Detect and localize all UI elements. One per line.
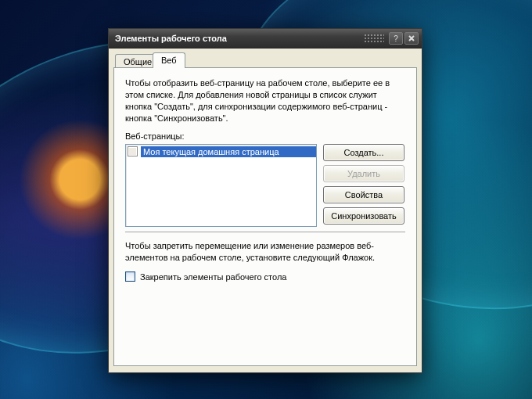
titlebar[interactable]: Элементы рабочего стола ? bbox=[109, 29, 422, 49]
lock-note: Чтобы запретить перемещение или изменени… bbox=[125, 240, 405, 264]
help-icon: ? bbox=[394, 34, 398, 43]
list-item-checkbox[interactable] bbox=[128, 146, 138, 156]
intro-text: Чтобы отобразить веб-страницу на рабочем… bbox=[125, 77, 405, 124]
properties-button[interactable]: Свойства bbox=[323, 186, 404, 203]
close-button[interactable] bbox=[404, 32, 419, 45]
delete-button: Удалить bbox=[323, 165, 404, 182]
create-button[interactable]: Создать... bbox=[323, 144, 404, 161]
web-pages-list[interactable]: Моя текущая домашняя страница bbox=[125, 144, 317, 227]
list-item[interactable]: Моя текущая домашняя страница bbox=[126, 145, 316, 158]
window-title: Элементы рабочего стола bbox=[115, 34, 364, 43]
lock-row: Закрепить элементы рабочего стола bbox=[125, 271, 405, 282]
help-button[interactable]: ? bbox=[389, 32, 403, 45]
list-buttons: Создать... Удалить Свойства Синхронизова… bbox=[323, 144, 404, 227]
tabstrip: Общие Веб bbox=[113, 52, 417, 68]
lock-checkbox[interactable] bbox=[125, 271, 135, 282]
tab-panel-web: Чтобы отобразить веб-страницу на рабочем… bbox=[113, 67, 417, 366]
synchronize-button[interactable]: Синхронизовать bbox=[323, 207, 404, 225]
separator bbox=[125, 233, 405, 234]
list-item-label: Моя текущая домашняя страница bbox=[141, 146, 316, 157]
desktop-items-dialog: Элементы рабочего стола ? Общие Веб Чтоб… bbox=[108, 28, 422, 373]
titlebar-grip bbox=[364, 34, 384, 43]
tab-web[interactable]: Веб bbox=[153, 52, 185, 68]
client-area: Общие Веб Чтобы отобразить веб-страницу … bbox=[113, 52, 417, 366]
lock-label: Закрепить элементы рабочего стола bbox=[140, 272, 286, 282]
list-label: Веб-страницы: bbox=[125, 131, 405, 141]
close-icon bbox=[408, 35, 415, 41]
